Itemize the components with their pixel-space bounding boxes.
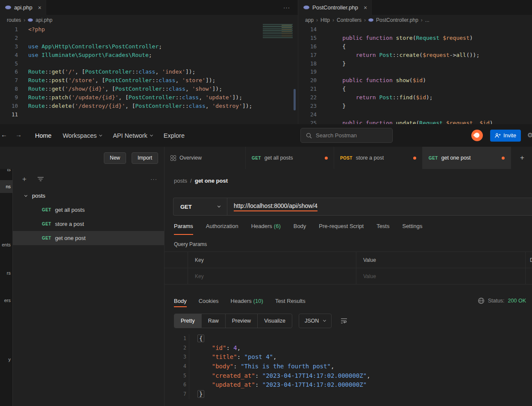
fold-marker[interactable]: } [197,390,204,398]
nav-workspaces[interactable]: Workspaces [63,132,102,139]
crumb-symbol[interactable]: ... [425,17,429,23]
sidebar-rail-item[interactable]: ents [0,238,12,251]
code-token: "2023-04-17T14:17:02.000000Z" [262,381,367,388]
method-badge: GET [42,207,51,212]
code-token: :: [182,103,189,109]
invite-button[interactable]: Invite [490,130,521,142]
code-token: use [28,43,41,50]
key-input[interactable]: Key [188,268,356,284]
tab-settings[interactable]: Settings [402,216,422,236]
code-editor[interactable]: 1<?php23use App\Http\Controllers\PostCon… [0,25,298,119]
tab-get-one-post[interactable]: GETget one post [423,147,511,169]
url-input[interactable]: http://localhost:8000/api/show/4 [227,198,317,215]
wrap-text-icon[interactable] [341,318,347,324]
code-token [329,120,342,124]
code-token: ( [72,103,75,109]
more-actions-icon[interactable]: ··· [150,176,157,182]
crumb-folder[interactable]: app [305,17,314,23]
sidebar-rail-item[interactable]: ers [0,294,12,307]
code-token: class [169,86,185,92]
add-collection-button[interactable]: + [22,175,26,183]
method-badge: GET [42,222,51,226]
editor-actions-icon[interactable]: ··· [283,0,290,15]
tab-cookies[interactable]: Cookies [199,293,219,308]
back-button[interactable]: ← [1,131,7,138]
tab-params[interactable]: Params [174,216,193,236]
line-number: 4 [0,51,18,59]
scrollbar-thumb[interactable] [294,89,296,110]
forward-button[interactable]: → [15,131,22,138]
tab-pre-request-script[interactable]: Pre-request Script [319,216,364,236]
sidebar-rail-item[interactable]: rs [0,267,12,279]
collection-posts[interactable]: posts [13,189,164,203]
request-list-item-store-a-post[interactable]: GETstore a post [13,217,164,231]
status-label: Status: [488,298,505,304]
description-input[interactable] [526,268,532,284]
tab-body[interactable]: Body [174,293,187,308]
code-token: { [329,86,346,92]
search-placeholder: Search Postman [316,132,357,139]
editor-tab-bar: PostController.php × [298,0,532,15]
crumb-collection[interactable]: posts [174,178,187,184]
nav-api-network[interactable]: API Network [113,132,153,139]
filter-icon[interactable] [38,177,44,181]
tab-get-all-posts[interactable]: GETget all posts [246,147,334,169]
sidebar-rail-item[interactable]: ns [0,180,12,193]
crumb-file[interactable]: api.php [35,17,52,23]
search-input[interactable]: Search Postman [300,128,393,143]
close-icon[interactable]: × [364,4,367,11]
value-input[interactable]: Value [356,268,526,284]
view-mode-preview[interactable]: Preview [226,314,258,328]
code-token: ( [65,77,68,83]
crumb-folder[interactable]: Controllers [337,17,362,23]
tab-overview[interactable]: Overview [165,147,246,169]
request-list-item-get-all-posts[interactable]: GETget all posts [13,203,164,217]
view-mode-visualize[interactable]: Visualize [258,314,292,328]
workspace-body: tsnsentsrsersy + ··· posts GETget all po… [0,169,532,406]
nav-home[interactable]: Home [35,132,52,139]
crumb-folder[interactable]: Http [320,17,330,23]
tab-headers[interactable]: Headers(10) [231,293,263,308]
crumb-request-name: get one post [195,178,228,184]
code-token: , [155,68,162,75]
tab-api-php[interactable]: api.php × [0,0,46,15]
tab-label: Params [174,223,193,229]
method-selector[interactable]: GET [173,198,227,215]
format-dropdown[interactable]: JSON [299,314,332,328]
code-token: public function [342,35,396,41]
code-token: { [329,43,346,50]
tab-tests[interactable]: Tests [376,216,389,236]
request-list-item-get-one-post[interactable]: GETget one post [13,231,164,245]
code-token: , [ [118,94,128,101]
close-icon[interactable]: × [38,4,41,11]
minimap[interactable] [263,24,293,39]
code-line: 8Route::get('/show/{id}', [PostControlle… [0,85,298,93]
nav-explore[interactable]: Explore [164,132,185,139]
tab-body[interactable]: Body [294,216,306,236]
crumb-folder[interactable]: routes [7,17,21,23]
fold-marker[interactable]: { [197,335,204,342]
tab-headers[interactable]: Headers(6) [251,216,281,236]
view-mode-pretty[interactable]: Pretty [174,314,202,328]
response-body[interactable]: 1{2 "id": 4,3 "title": "post 4",4 "body"… [165,334,532,399]
import-button[interactable]: Import [132,152,158,164]
code-token: 4 [233,344,237,351]
new-button[interactable]: New [104,152,126,164]
tab-store-a-post[interactable]: POSTstore a post [334,147,423,169]
sidebar-rail-item[interactable]: y [0,353,12,366]
view-mode-raw[interactable]: Raw [202,314,226,328]
tab-authorization[interactable]: Authorization [206,216,238,236]
new-tab-button[interactable]: + [512,147,532,169]
code-token [329,35,342,41]
crumb-file[interactable]: PostController.php [376,17,418,23]
settings-icon[interactable]: ⚙ [527,131,532,139]
line-number: 15 [298,34,317,42]
sidebar-rail-item[interactable]: ts [0,169,12,176]
code-token: , [206,103,212,109]
tab-postcontroller-php[interactable]: PostController.php × [298,0,372,15]
code-editor[interactable]: 1415 public function store(Request $requ… [298,25,532,124]
code-token: ) [490,120,493,124]
tab-test-results[interactable]: Test Results [275,293,306,308]
nav-workspaces-label: Workspaces [63,132,97,139]
status-badge[interactable]: 200 OK [508,298,526,304]
